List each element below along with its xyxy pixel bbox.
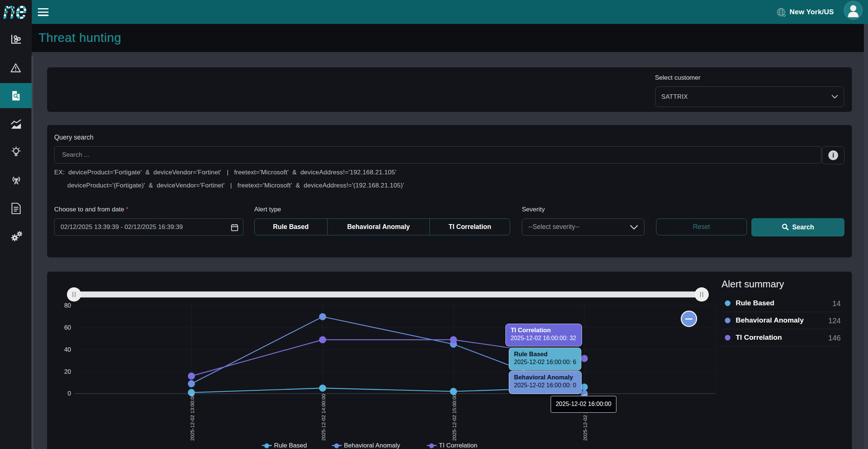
svg-text:ne: ne [3, 3, 27, 20]
